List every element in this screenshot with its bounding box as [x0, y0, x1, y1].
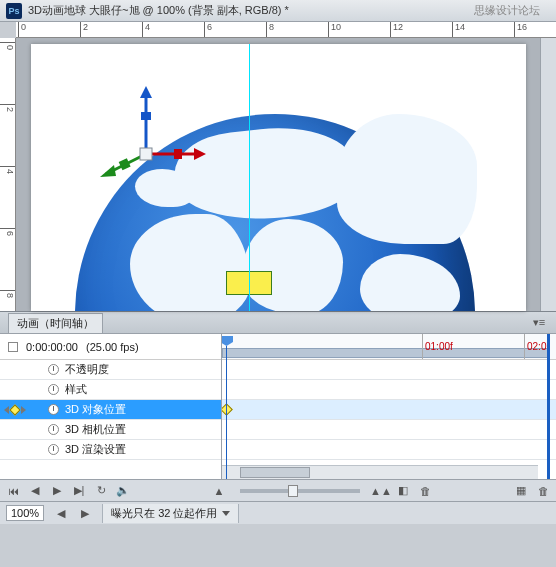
stopwatch-icon[interactable]	[48, 424, 59, 435]
stopwatch-icon[interactable]	[48, 404, 59, 415]
zoom-out-icon[interactable]: ▲	[212, 484, 226, 498]
time-mark: 02:0	[524, 334, 546, 359]
track-label: 3D 相机位置	[65, 422, 126, 437]
vertical-scrollbar[interactable]	[540, 38, 556, 311]
timeline-horizontal-scrollbar[interactable]	[222, 465, 538, 479]
ruler-tick: 2	[80, 22, 88, 37]
stopwatch-icon[interactable]	[48, 384, 59, 395]
timeline-controls: ⏮ ◀ ▶ ▶| ↻ 🔈 ▲ ▲▲ ◧ 🗑 ▦ 🗑	[0, 480, 556, 502]
landmass	[337, 114, 477, 244]
scrollbar-thumb[interactable]	[240, 467, 310, 478]
landmass	[243, 219, 343, 311]
stopwatch-icon[interactable]	[48, 444, 59, 455]
track-lane-selected[interactable]	[222, 400, 556, 420]
ruler-tick: 16	[514, 22, 527, 37]
current-time[interactable]: 0:00:00:00	[26, 341, 78, 353]
next-keyframe-icon[interactable]	[21, 406, 26, 414]
track-label: 样式	[65, 382, 87, 397]
animation-panel: 动画（时间轴） ▾≡ 0:00:00:00 (25.00 fps) 不透明度 样…	[0, 311, 556, 502]
next-frame-button[interactable]: ▶|	[72, 484, 86, 498]
svg-rect-8	[118, 158, 130, 170]
vertical-ruler[interactable]: 0 2 4 6 8	[0, 38, 16, 311]
landmass	[360, 254, 460, 311]
track-3d-render-settings[interactable]: 3D 渲染设置	[0, 440, 221, 460]
track-3d-object-position[interactable]: 3D 对象位置	[0, 400, 221, 420]
keyframe-marker-icon[interactable]	[222, 403, 233, 416]
track-style[interactable]: 样式	[0, 380, 221, 400]
landmass	[170, 120, 358, 228]
vertical-guide[interactable]	[249, 44, 250, 311]
ruler-tick: 0	[0, 42, 15, 50]
zoom-in-icon[interactable]: ▲▲	[374, 484, 388, 498]
fps-label: (25.00 fps)	[86, 341, 139, 353]
delete-button[interactable]: 🗑	[418, 484, 432, 498]
titlebar: Ps 3D动画地球 大眼仔~旭 @ 100% (背景 副本, RGB/8) * …	[0, 0, 556, 22]
status-bar: 100% ◀ ▶ 曝光只在 32 位起作用	[0, 502, 556, 524]
onion-skin-button[interactable]: ◧	[396, 484, 410, 498]
ruler-tick: 2	[0, 104, 15, 112]
earth-3d-object[interactable]	[75, 114, 475, 311]
landmass	[130, 214, 250, 311]
track-3d-camera-position[interactable]: 3D 相机位置	[0, 420, 221, 440]
timeline-checkbox[interactable]	[8, 342, 18, 352]
play-button[interactable]: ▶	[50, 484, 64, 498]
track-lane[interactable]	[222, 420, 556, 440]
ruler-tick: 6	[0, 228, 15, 236]
track-lane[interactable]	[222, 360, 556, 380]
panel-menu-icon[interactable]: ▾≡	[530, 316, 548, 329]
dropdown-icon[interactable]	[222, 511, 230, 516]
timeline-playhead[interactable]	[226, 346, 227, 479]
ruler-tick: 12	[390, 22, 403, 37]
zoom-level-field[interactable]: 100%	[6, 505, 44, 521]
status-nav-icon[interactable]: ▶	[78, 506, 92, 520]
track-lane[interactable]	[222, 380, 556, 400]
time-mark: 01:00f	[422, 334, 453, 359]
rewind-button[interactable]: ⏮	[6, 484, 20, 498]
convert-frames-button[interactable]: ▦	[514, 484, 528, 498]
ruler-tick: 10	[328, 22, 341, 37]
app-icon: Ps	[6, 3, 22, 19]
track-opacity[interactable]: 不透明度	[0, 360, 221, 380]
timeline-tracks-area[interactable]: 01:00f 02:0	[222, 334, 556, 479]
ruler-tick: 4	[142, 22, 150, 37]
horizontal-ruler[interactable]: 0 2 4 6 8 10 12 14 16	[16, 22, 556, 38]
ruler-tick: 14	[452, 22, 465, 37]
status-text: 曝光只在 32 位起作用	[111, 506, 217, 521]
document-canvas[interactable]	[31, 44, 526, 311]
timeline-header-left: 0:00:00:00 (25.00 fps)	[0, 334, 221, 360]
ruler-tick: 8	[0, 290, 15, 298]
zoom-slider-thumb[interactable]	[288, 485, 298, 497]
ruler-tick: 6	[204, 22, 212, 37]
timeline-ruler[interactable]: 01:00f 02:0	[222, 334, 556, 360]
audio-button[interactable]: 🔈	[116, 484, 130, 498]
timeline-track-list: 0:00:00:00 (25.00 fps) 不透明度 样式 3D 对象位置	[0, 334, 222, 479]
track-label: 3D 渲染设置	[65, 442, 126, 457]
tab-animation[interactable]: 动画（时间轴）	[8, 313, 103, 333]
track-label: 不透明度	[65, 362, 109, 377]
ruler-tick: 4	[0, 166, 15, 174]
status-info[interactable]: 曝光只在 32 位起作用	[102, 504, 238, 523]
svg-marker-7	[100, 165, 116, 177]
work-area-bar[interactable]	[222, 348, 550, 358]
document-title: 3D动画地球 大眼仔~旭 @ 100% (背景 副本, RGB/8) *	[28, 3, 474, 18]
status-nav-icon[interactable]: ◀	[54, 506, 68, 520]
track-lane[interactable]	[222, 440, 556, 460]
stopwatch-icon[interactable]	[48, 364, 59, 375]
timeline-zoom-slider[interactable]	[240, 489, 360, 493]
loop-button[interactable]: ↻	[94, 484, 108, 498]
timeline-end-marker[interactable]	[547, 334, 550, 479]
svg-rect-2	[141, 112, 151, 120]
trash-icon[interactable]: 🗑	[536, 484, 550, 498]
track-label: 3D 对象位置	[65, 402, 126, 417]
keyframe-diamond-icon[interactable]	[9, 404, 20, 415]
panel-tab-bar[interactable]: 动画（时间轴） ▾≡	[0, 312, 556, 334]
prev-frame-button[interactable]: ◀	[28, 484, 42, 498]
ruler-tick: 8	[266, 22, 274, 37]
watermark-text: 思缘设计论坛	[474, 3, 540, 18]
ruler-tick: 0	[18, 22, 26, 37]
svg-marker-1	[140, 86, 152, 98]
